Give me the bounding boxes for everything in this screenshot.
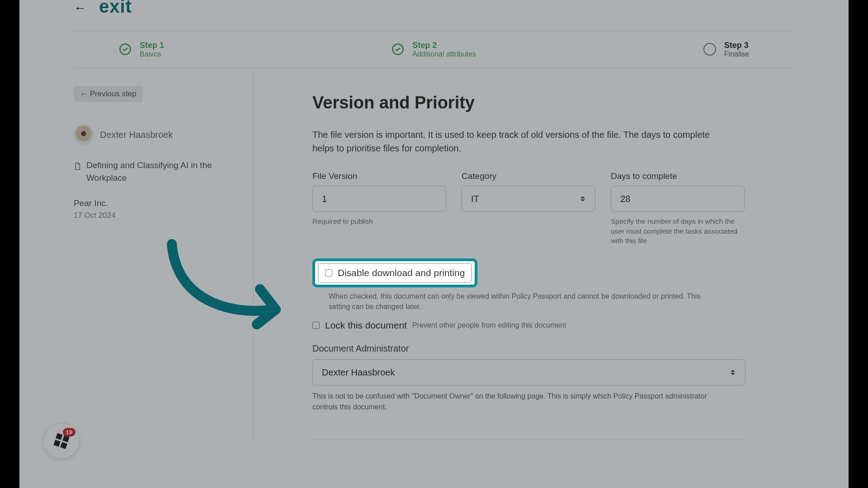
category-value: IT — [471, 194, 479, 204]
file-version-input[interactable]: 1 — [312, 186, 446, 212]
category-select[interactable]: IT — [462, 186, 595, 212]
step-title: Step 3 — [724, 41, 749, 50]
highlighted-checkbox: Disable download and printing — [312, 258, 477, 287]
document-admin-value: Dexter Haasbroek — [322, 367, 395, 378]
step-3[interactable]: Step 3 Finalise — [703, 41, 749, 58]
org-name: Pear Inc. — [74, 198, 242, 208]
lock-document-label: Lock this document — [325, 320, 407, 331]
section-divider — [312, 440, 745, 440]
days-hint: Specify the number of days in which the … — [611, 216, 745, 246]
lock-document-row[interactable]: Lock this document Prevent other people … — [312, 320, 794, 331]
page-title: Version and Priority — [312, 93, 794, 113]
document-title: Defining and Classifying AI in the Workp… — [86, 159, 242, 184]
step-title: Step 2 — [412, 41, 476, 50]
main-content: Version and Priority The file version is… — [254, 68, 794, 440]
brand-name: exit — [99, 1, 132, 12]
document-date: 17 Oct 2024 — [74, 211, 242, 220]
category-label: Category — [462, 171, 595, 181]
lock-document-hint: Prevent other people from editing this d… — [412, 321, 566, 329]
step-subtitle: Basics — [140, 50, 164, 58]
back-arrow-icon[interactable]: ← — [74, 2, 86, 14]
previous-step-button[interactable]: ← Previous step — [74, 86, 143, 102]
avatar — [74, 125, 94, 145]
chevron-updown-icon — [580, 196, 586, 202]
days-input[interactable]: 28 — [611, 186, 745, 212]
help-widget[interactable]: 19 — [43, 423, 80, 459]
step-title: Step 1 — [140, 41, 164, 50]
document-admin-select[interactable]: Dexter Haasbroek — [312, 359, 745, 385]
file-version-hint: Required to publish — [312, 216, 446, 226]
brand-row: ← exit — [74, 0, 794, 18]
step-subtitle: Finalise — [724, 50, 749, 58]
document-admin-label: Document Administrator — [312, 343, 794, 354]
check-circle-icon — [119, 43, 132, 56]
disable-download-label: Disable download and printing — [338, 267, 465, 278]
checkbox-icon[interactable] — [312, 322, 320, 329]
page-description: The file version is important. It is use… — [312, 128, 710, 155]
chevron-updown-icon — [730, 369, 736, 375]
document-admin-hint: This is not to be confused with "Documen… — [312, 391, 733, 413]
file-version-label: File Version — [312, 171, 446, 181]
step-1[interactable]: Step 1 Basics — [119, 41, 164, 58]
step-subtitle: Additional attributes — [412, 50, 476, 58]
disable-download-hint: When checked, this document can only be … — [312, 291, 710, 312]
days-label: Days to complete — [611, 171, 745, 181]
document-icon — [74, 159, 82, 175]
badge-count: 19 — [63, 428, 75, 436]
disable-download-checkbox-row[interactable]: Disable download and printing — [318, 263, 472, 283]
check-circle-icon — [392, 43, 404, 56]
circle-empty-icon — [703, 43, 716, 56]
sidebar: ← Previous step Dexter Haasbroek Definin… — [74, 68, 254, 440]
user-name: Dexter Haasbroek — [100, 130, 173, 140]
step-indicator: Step 1 Basics Step 2 Additional attribut… — [74, 31, 794, 68]
checkbox-icon[interactable] — [325, 269, 332, 277]
step-2[interactable]: Step 2 Additional attributes — [392, 41, 476, 58]
